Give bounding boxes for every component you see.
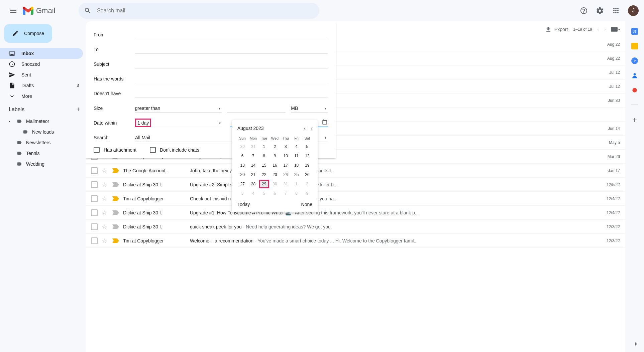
account-avatar[interactable]: J	[628, 5, 639, 16]
importance-marker[interactable]	[112, 238, 119, 243]
row-checkbox[interactable]	[91, 209, 98, 216]
main-menu-button[interactable]	[5, 3, 21, 19]
dp-day[interactable]: 30	[237, 142, 247, 151]
row-checkbox[interactable]	[91, 223, 98, 230]
dp-day[interactable]: 5	[259, 189, 269, 198]
nav-item-drafts[interactable]: Drafts3	[0, 80, 83, 91]
size-unit-select[interactable]: MB	[291, 104, 328, 113]
importance-marker[interactable]	[112, 168, 119, 173]
size-operator-select[interactable]: greater than	[135, 104, 222, 113]
tasks-app-icon[interactable]	[631, 57, 638, 64]
subject-input[interactable]	[135, 60, 328, 68]
search-bar[interactable]	[79, 3, 319, 19]
dp-day[interactable]: 6	[237, 152, 247, 160]
star-icon[interactable]: ☆	[102, 209, 108, 216]
dp-day[interactable]: 14	[248, 161, 258, 170]
input-tools-button[interactable]: ▾	[611, 27, 620, 32]
dp-day[interactable]: 5	[302, 142, 312, 151]
star-icon[interactable]: ☆	[102, 223, 108, 230]
next-page-button[interactable]: ›	[604, 27, 606, 32]
label-item[interactable]: Tennis	[0, 148, 86, 159]
datepicker-today-button[interactable]: Today	[237, 202, 250, 207]
email-row[interactable]: ☆ Tim at Copyblogger Welcome + a recomme…	[86, 234, 625, 248]
email-row[interactable]: ☆ Dickie at Ship 30 f. Upgrade #2: Simpl…	[86, 178, 625, 192]
row-checkbox[interactable]	[91, 167, 98, 174]
dp-day[interactable]: 24	[281, 170, 291, 179]
dp-day[interactable]: 8	[291, 189, 301, 198]
dp-day[interactable]: 3	[281, 142, 291, 151]
dp-day[interactable]: 28	[248, 180, 258, 188]
prev-page-button[interactable]: ‹	[598, 27, 599, 32]
expand-panel-button[interactable]	[632, 340, 640, 348]
email-row[interactable]: ☆ The Google Account . John, take the ne…	[86, 164, 625, 178]
dp-day[interactable]: 16	[270, 161, 280, 170]
dp-day[interactable]: 23	[270, 170, 280, 179]
calendar-icon[interactable]	[322, 119, 328, 125]
dp-day[interactable]: 7	[281, 189, 291, 198]
dp-day[interactable]: 4	[248, 189, 258, 198]
star-icon[interactable]: ☆	[102, 167, 108, 174]
no-chats-checkbox[interactable]: Don't include chats	[150, 147, 199, 153]
dp-day[interactable]: 11	[291, 152, 301, 160]
support-button[interactable]	[577, 4, 591, 17]
importance-marker[interactable]	[112, 224, 119, 229]
addon-icon[interactable]	[631, 87, 638, 94]
dp-day[interactable]: 12	[302, 152, 312, 160]
dp-day[interactable]: 8	[259, 152, 269, 160]
dp-day[interactable]: 26	[302, 170, 312, 179]
dp-day[interactable]: 30	[270, 180, 280, 188]
dp-day[interactable]: 29	[259, 180, 269, 188]
dp-day[interactable]: 21	[248, 170, 258, 179]
to-input[interactable]	[135, 45, 328, 54]
row-checkbox[interactable]	[91, 237, 98, 244]
dp-day[interactable]: 31	[248, 142, 258, 151]
next-month-button[interactable]: ›	[311, 126, 312, 131]
row-checkbox[interactable]	[91, 195, 98, 202]
search-input[interactable]	[97, 8, 314, 14]
label-item[interactable]: Wedding	[0, 159, 86, 169]
nav-item-snoozed[interactable]: Snoozed	[0, 59, 83, 69]
dp-day[interactable]: 22	[259, 170, 269, 179]
export-button[interactable]: Export	[545, 26, 568, 33]
dp-day[interactable]: 7	[248, 152, 258, 160]
row-checkbox[interactable]	[91, 181, 98, 188]
dp-day[interactable]: 6	[270, 189, 280, 198]
date-range-select[interactable]: 1 day	[135, 119, 151, 127]
dp-day[interactable]: 1	[259, 142, 269, 151]
dp-day[interactable]: 31	[281, 180, 291, 188]
get-addons-button[interactable]: +	[632, 115, 637, 125]
dp-day[interactable]: 15	[259, 161, 269, 170]
gmail-logo[interactable]: Gmail	[23, 6, 55, 15]
label-item[interactable]: New leads	[0, 127, 86, 137]
keep-app-icon[interactable]	[631, 43, 638, 49]
dp-day[interactable]: 20	[237, 170, 247, 179]
importance-marker[interactable]	[112, 182, 119, 187]
has-attachment-checkbox[interactable]: Has attachment	[94, 147, 136, 153]
contacts-app-icon[interactable]	[631, 72, 638, 79]
dp-day[interactable]: 4	[291, 142, 301, 151]
doesnthave-input[interactable]	[135, 90, 328, 98]
dp-day[interactable]: 18	[291, 161, 301, 170]
prev-month-button[interactable]: ‹	[304, 126, 306, 131]
dp-day[interactable]: 3	[237, 189, 247, 198]
dp-day[interactable]: 19	[302, 161, 312, 170]
dp-day[interactable]: 1	[291, 180, 301, 188]
settings-button[interactable]	[593, 4, 607, 17]
from-input[interactable]	[135, 31, 328, 39]
size-value-input[interactable]	[227, 104, 286, 113]
email-row[interactable]: ☆ Dickie at Ship 30 f. Upgrade #1: How T…	[86, 206, 625, 220]
dp-day[interactable]: 10	[281, 152, 291, 160]
dp-day[interactable]: 2	[270, 142, 280, 151]
dp-day[interactable]: 13	[237, 161, 247, 170]
dp-day[interactable]: 17	[281, 161, 291, 170]
star-icon[interactable]: ☆	[102, 237, 108, 244]
datepicker-none-button[interactable]: None	[301, 202, 312, 207]
star-icon[interactable]: ☆	[102, 195, 108, 202]
importance-marker[interactable]	[112, 210, 119, 215]
dp-day[interactable]: 9	[270, 152, 280, 160]
calendar-app-icon[interactable]: 31	[631, 28, 638, 35]
star-icon[interactable]: ☆	[102, 181, 108, 188]
importance-marker[interactable]	[112, 196, 119, 201]
add-label-button[interactable]: +	[76, 106, 80, 113]
dp-day[interactable]: 9	[302, 189, 312, 198]
